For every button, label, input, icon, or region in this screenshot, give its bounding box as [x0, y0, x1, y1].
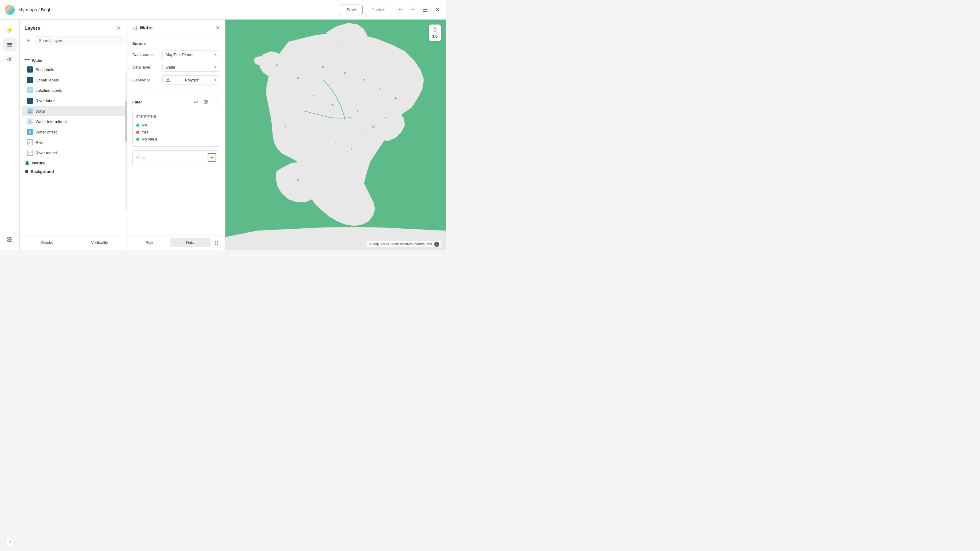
- layers-title: Layers: [24, 25, 40, 31]
- filter-option-no: No: [136, 122, 216, 129]
- list-item[interactable]: T Sea labels: [22, 64, 125, 75]
- search-input[interactable]: [35, 36, 123, 45]
- close-icon[interactable]: ✕: [434, 6, 441, 13]
- svg-point-25: [394, 97, 396, 100]
- svg-point-23: [363, 78, 365, 81]
- add-filter-row: Filter +: [132, 150, 220, 164]
- tab-data[interactable]: Data: [170, 238, 211, 247]
- add-filter-button[interactable]: +: [208, 153, 216, 162]
- svg-rect-2: [7, 46, 12, 46]
- svg-rect-7: [10, 240, 12, 241]
- chevron-down-icon: ▼: [214, 65, 217, 69]
- list-item[interactable]: T Lakeline labels: [22, 85, 125, 95]
- svg-rect-4: [8, 237, 10, 239]
- svg-point-30: [350, 148, 352, 150]
- svg-point-15: [205, 100, 206, 101]
- svg-point-22: [344, 72, 346, 75]
- menu-icon[interactable]: ☰: [422, 6, 429, 13]
- chevron-down-icon: ▼: [214, 78, 217, 82]
- layer-icon-river-tunnel: [27, 150, 33, 156]
- info-icon[interactable]: i: [434, 242, 439, 247]
- svg-point-31: [296, 179, 299, 181]
- settings-icon[interactable]: [3, 52, 16, 66]
- tab-verticality[interactable]: Verticality: [75, 238, 125, 247]
- list-item[interactable]: River: [22, 137, 125, 148]
- svg-rect-6: [8, 240, 10, 241]
- list-item[interactable]: T River labels: [22, 95, 125, 106]
- layers-icon[interactable]: [3, 38, 16, 51]
- svg-rect-5: [10, 237, 12, 239]
- tab-blocks[interactable]: Blocks: [22, 238, 72, 247]
- filter-dot-novalue: [136, 138, 139, 141]
- detail-tabs: Style Data { }: [127, 235, 225, 250]
- filter-option-novalue: No value: [136, 136, 216, 143]
- detail-title: Water: [140, 25, 213, 30]
- map-area: ⏱ 3.0 © MapTiler © OpenStreetMap contrib…: [225, 20, 446, 250]
- layers-close-button[interactable]: ✕: [115, 24, 122, 32]
- layer-group-background: ⊞ Background: [20, 167, 127, 175]
- list-item[interactable]: T Ocean labels: [22, 75, 125, 85]
- svg-point-26: [313, 94, 315, 96]
- geometry-dropdown[interactable]: Polygon ▼: [162, 75, 220, 84]
- filter-option-yes: Yes: [136, 129, 216, 136]
- filter-dot-no: [136, 124, 139, 127]
- svg-marker-11: [167, 78, 170, 81]
- forward-icon[interactable]: →: [409, 6, 417, 13]
- filter-title: Filter: [132, 100, 142, 105]
- svg-point-32: [284, 126, 286, 128]
- save-button[interactable]: Save: [340, 5, 363, 15]
- layer-icon-river: [27, 139, 33, 145]
- zoom-value: 3.0: [432, 34, 438, 38]
- geometry-label: Geometry: [132, 78, 160, 83]
- back-icon[interactable]: ←: [397, 6, 404, 13]
- filter-box: intermittent No Yes No value: [132, 110, 220, 147]
- svg-point-33: [335, 142, 337, 144]
- layer-group-water: 〰 Water: [20, 55, 127, 64]
- layers-list: ··· 〰 Water T Sea labels T: [20, 49, 127, 178]
- map-copyright: © MapTiler © OpenStreetMap contributors …: [367, 241, 441, 247]
- data-source-dropdown[interactable]: MapTiler Planet ▼: [162, 50, 220, 59]
- lightning-icon[interactable]: ⚡: [3, 23, 16, 37]
- puzzle-icon[interactable]: [3, 233, 16, 246]
- layer-icon-river-labels: T: [27, 98, 33, 104]
- svg-point-28: [357, 110, 359, 112]
- data-layer-dropdown[interactable]: water ▼: [162, 63, 220, 71]
- layers-panel: Layers ✕ + ··· 〰 Water T: [20, 20, 127, 250]
- data-layer-row: Data layer water ▼: [132, 63, 220, 71]
- scrollbar-track[interactable]: [125, 73, 127, 211]
- list-item[interactable]: Water offset: [22, 127, 125, 137]
- scrollbar-thumb[interactable]: [125, 101, 127, 142]
- list-item[interactable]: River tunnel: [22, 148, 125, 158]
- svg-marker-10: [29, 131, 31, 133]
- layer-icon-lakeline-labels: T: [27, 87, 33, 94]
- filter-minus-icon[interactable]: —: [213, 98, 220, 106]
- detail-close-button[interactable]: ✕: [216, 24, 220, 31]
- svg-point-20: [296, 77, 299, 79]
- svg-point-24: [379, 88, 381, 90]
- svg-point-27: [331, 103, 334, 106]
- list-item[interactable]: Water: [22, 106, 125, 116]
- svg-marker-9: [29, 120, 31, 123]
- svg-rect-0: [7, 43, 12, 44]
- clock-icon: ⏱: [433, 27, 438, 33]
- data-source-row: Data source MapTiler Planet ▼: [132, 50, 220, 59]
- back-button[interactable]: ◁: [132, 24, 137, 31]
- list-item[interactable]: Water intermittent: [22, 116, 125, 127]
- filter-placeholder: Filter: [136, 155, 145, 160]
- filter-section: Filter ↩ — intermittent No Y: [127, 94, 225, 235]
- layer-group-nature: 🌲 Nature: [20, 158, 127, 167]
- icon-bar: ⚡: [0, 20, 20, 250]
- tab-style[interactable]: Style: [130, 238, 170, 247]
- app-logo: [5, 5, 15, 15]
- tab-code[interactable]: { }: [210, 238, 223, 247]
- svg-point-19: [276, 64, 279, 67]
- publish-button[interactable]: Publish: [365, 5, 392, 15]
- data-source-label: Data source: [132, 52, 160, 57]
- filter-undo-icon[interactable]: ↩: [192, 98, 199, 106]
- zoom-control: ⏱ 3.0: [429, 24, 441, 41]
- add-layer-button[interactable]: +: [23, 35, 33, 45]
- detail-panel: ◁ Water ✕ Source Data source MapTiler Pl…: [127, 20, 225, 250]
- filter-settings-icon[interactable]: [202, 98, 210, 106]
- filter-attribute-name: intermittent: [136, 114, 216, 119]
- chevron-down-icon: ▼: [214, 53, 217, 56]
